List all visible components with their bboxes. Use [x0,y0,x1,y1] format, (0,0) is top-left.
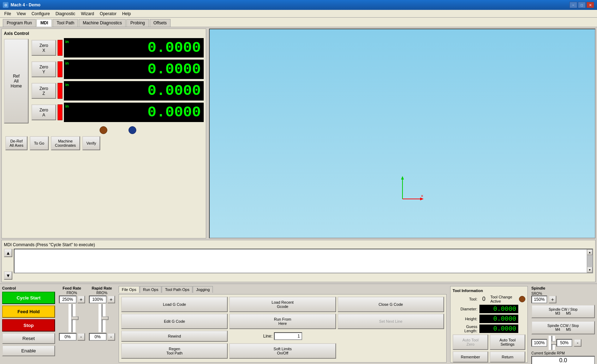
scroll-up-button[interactable]: ▲ [587,249,592,255]
spindle-rpm-display: 0.0 [531,356,595,364]
viewport-content: × [210,29,595,238]
ref-home-container: RefAllHome [4,38,29,124]
axis-row-a: ZeroA in 0.0000 [31,103,204,122]
minimize-button[interactable]: − [569,2,577,8]
mdi-scrollbar[interactable]: ▲ ▼ [587,249,592,273]
remember-button[interactable]: Remember [453,351,488,363]
run-from-here-button[interactable]: Run FromHere [229,314,336,329]
mdi-up-button[interactable]: ▲ [4,249,12,257]
to-go-button[interactable]: To Go [30,136,48,150]
spindle-ccw-button[interactable]: Spindle CCW / StopM4 M5 [531,321,595,334]
tab-program-run[interactable]: Program Run [3,19,36,27]
feed-rate-plus-button[interactable]: + [77,296,85,303]
tab-mdi[interactable]: MDI [36,19,52,27]
feed-hold-button[interactable]: Feed Hold [2,305,55,318]
close-gcode-button[interactable]: Close G Code [338,297,444,312]
file-ops-section: File Ops Run Ops Tool Path Ops Jogging L… [119,286,447,363]
file-ops-content: Load G Code Load RecentGcode Close G Cod… [119,294,447,363]
cycle-start-button[interactable]: Cycle Start [2,292,55,304]
menu-file[interactable]: File [1,11,14,17]
menu-configure[interactable]: Configure [29,11,53,17]
y-indicator [58,61,62,77]
feed-rate-display: 250% [59,296,77,303]
guess-length-row: Guess Length: 0.0000 [453,324,525,333]
run-ops-tab[interactable]: Run Ops [140,286,161,293]
z-value: 0.0000 [148,83,201,99]
reset-button[interactable]: Reset [2,333,55,344]
zero-z-button[interactable]: ZeroZ [31,83,56,99]
verify-button[interactable]: Verify [82,136,101,150]
tool-change-active-label: Tool Change Active [490,295,517,303]
set-next-line-button: Set Next Line [338,314,444,329]
mdi-text-area[interactable]: ▲ ▼ [14,249,593,273]
enable-button[interactable]: Enable [2,345,55,356]
spindle-rpm-label: Current Spindle RPM [531,351,595,355]
mdi-input-row: ▲ ▼ ▲ ▼ [4,249,593,280]
menu-wizard[interactable]: Wizard [78,11,97,17]
sro-plus-button[interactable]: + [549,296,556,303]
a-display: in 0.0000 [64,103,204,122]
zero-a-button[interactable]: ZeroA [31,104,56,120]
spindle-minus-button[interactable]: - [574,339,581,347]
return-button[interactable]: Return [490,351,525,363]
file-ops-tab[interactable]: File Ops [119,286,139,293]
jogging-tab[interactable]: Jogging [193,286,213,293]
diameter-value: 0.0000 [479,305,518,313]
load-gcode-button[interactable]: Load G Code [121,297,228,312]
rapid-rate-minus-button[interactable]: - [107,333,115,341]
zero-y-button[interactable]: ZeroY [31,61,56,77]
ref-home-button[interactable]: RefAllHome [4,39,29,123]
line-field: Line: [229,330,336,342]
mdi-nav-buttons: ▲ ▼ [4,249,12,280]
tab-machine-diagnostics[interactable]: Machine Diagnostics [79,19,126,27]
auto-tool-settings-button[interactable]: Auto ToolSettings [490,334,525,350]
feed-rate-slider[interactable] [68,304,76,332]
top-section: Axis Control RefAllHome ZeroX [0,27,597,240]
deref-all-axes-button[interactable]: De-RefAll Axes [5,136,28,150]
machine-coordinates-button[interactable]: MachineCoordinates [51,136,80,150]
menu-help[interactable]: Help [119,11,134,17]
close-button[interactable]: ✕ [586,2,594,8]
z-unit: in [65,83,69,87]
feed-rate-section: Feed Rate FRO% 250% + 0% - [59,286,85,363]
spindle-cw-button[interactable]: Spindle CW / StopM3 M5 [531,305,595,318]
brown-indicator [100,126,107,134]
line-input[interactable] [274,332,302,340]
spindle-rate-row: 100% 50% - [531,336,595,350]
edit-gcode-button[interactable]: Edit G Code [121,314,228,329]
menu-view[interactable]: View [14,11,29,17]
z-indicator [58,83,62,99]
tab-probing[interactable]: Probing [126,19,149,27]
rapid-rate-slider[interactable] [98,304,106,332]
feed-rate-bottom: 0% - [59,333,85,341]
feed-rate-minus-button[interactable]: - [77,333,85,341]
tool-buttons-row1: Auto ToolZero Auto ToolSettings [453,334,525,350]
scroll-down-button[interactable]: ▼ [587,267,592,273]
feed-rate-top: 250% + [59,296,85,303]
tab-offsets[interactable]: Offsets [150,19,171,27]
rewind-button[interactable]: Rewind [121,330,228,342]
soft-limits-button[interactable]: Soft LimitsOn/Off [229,343,336,359]
diameter-label: Diameter: [453,307,477,311]
tool-path-ops-tab[interactable]: Tool Path Ops [162,286,192,293]
zero-x-button[interactable]: ZeroX [31,40,56,56]
stop-button[interactable]: Stop [2,319,55,332]
spindle-slider[interactable] [549,336,555,350]
spindle-rate2-display: 50% [556,339,572,347]
x-unit: in [65,40,69,44]
maximize-button[interactable]: □ [578,2,586,8]
menu-operator[interactable]: Operator [97,11,119,17]
z-display: in 0.0000 [64,81,204,101]
rapid-rate-plus-button[interactable]: + [107,296,115,303]
load-recent-gcode-button[interactable]: Load RecentGcode [229,297,336,312]
regen-tool-path-button[interactable]: RegenTool Path [121,343,228,359]
rapid-rate-display: 100% [89,296,107,303]
empty-cell-1 [338,330,444,342]
tab-tool-path[interactable]: Tool Path [53,19,78,27]
mdi-down-button[interactable]: ▼ [4,271,12,280]
file-ops-tab-bar: File Ops Run Ops Tool Path Ops Jogging [119,286,447,293]
axis-control-panel: Axis Control RefAllHome ZeroX [1,29,206,238]
menu-diagnostic[interactable]: Diagnostic [53,11,78,17]
tool-change-indicator [519,296,525,302]
title-bar: ⚙ Mach 4 - Demo − □ ✕ [0,0,597,10]
